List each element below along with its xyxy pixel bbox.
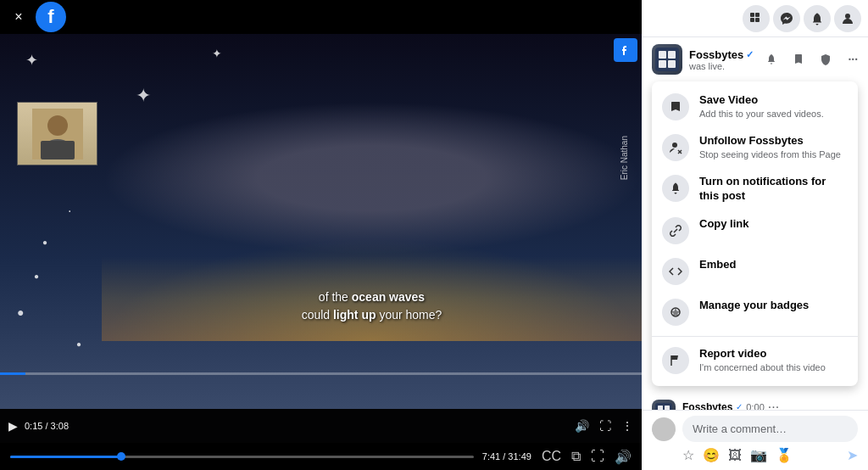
copy-link-icon	[662, 217, 689, 244]
menu-item-manage-badges[interactable]: Manage your badges	[652, 292, 858, 333]
volume-icon[interactable]: 🔊	[575, 419, 589, 433]
star-decoration: ●	[42, 238, 47, 247]
embed-icon	[662, 258, 689, 285]
comment-emoji-row: ☆ 😊 🖼 📷 🏅 ➤	[652, 442, 858, 465]
profile-button[interactable]	[834, 5, 861, 32]
commenter-avatar	[652, 400, 676, 410]
verified-badge: ✓	[746, 49, 754, 60]
video-controls-bar: ▶ 0:15 / 3:08 🔊 ⛶ ⋮	[0, 409, 642, 443]
messenger-button[interactable]	[773, 5, 800, 32]
comment-header: Fossbytes ✓ 0:00 ···	[682, 400, 858, 410]
svg-rect-6	[755, 13, 760, 17]
menu-item-embed[interactable]: Embed	[652, 251, 858, 292]
svg-rect-13	[659, 60, 666, 68]
fossbytes-watermark	[614, 38, 637, 62]
comment-verified: ✓	[736, 402, 743, 410]
video-area[interactable]: ✦ ✦ ✦ ✦ · ● ● ● ● of the ocean waves cou…	[0, 34, 642, 409]
shield-icon[interactable]	[815, 48, 837, 70]
menu-item-unfollow[interactable]: Unfollow Fossbytes Stop seeing videos fr…	[652, 127, 858, 168]
svg-rect-5	[750, 13, 754, 17]
volume-control-icon[interactable]: 🔊	[615, 449, 632, 465]
context-dropdown-menu: Save Video Add this to your saved videos…	[652, 81, 858, 386]
cc-icon[interactable]: CC	[542, 449, 561, 464]
menu-item-notifications[interactable]: Turn on notifications for this post	[652, 168, 858, 210]
gif-button[interactable]: 🖼	[728, 448, 742, 463]
sticker-button[interactable]: 📷	[750, 447, 767, 463]
comment-item: Fossbytes ✓ 0:00 ··· During this broadca…	[652, 400, 858, 410]
attachment-button[interactable]: 🏅	[776, 447, 793, 463]
svg-point-2	[47, 115, 68, 136]
bottom-time-display: 7:41 / 31:49	[482, 451, 531, 462]
send-button[interactable]: ➤	[847, 447, 858, 463]
notifications-button[interactable]	[804, 5, 831, 32]
pip-video	[17, 102, 97, 165]
video-progress-bar[interactable]	[0, 372, 642, 375]
right-panel: Fossbytes ✓ was live. ···	[642, 0, 868, 470]
unfollow-text: Unfollow Fossbytes Stop seeing videos fr…	[699, 134, 848, 159]
emoji-button[interactable]: 😊	[703, 447, 720, 463]
copy-link-text: Copy link	[699, 217, 848, 232]
close-button[interactable]: ×	[8, 7, 29, 27]
notifications-text: Turn on notifications for this post	[699, 175, 848, 204]
comment-input-row: Write a comment…	[652, 416, 858, 442]
menu-item-save-video[interactable]: Save Video Add this to your saved videos…	[652, 87, 858, 127]
svg-rect-8	[755, 18, 760, 22]
report-video-icon	[662, 347, 689, 374]
menu-item-copy-link[interactable]: Copy link	[652, 210, 858, 251]
comment-more-button[interactable]: ···	[768, 400, 779, 410]
svg-point-15	[672, 143, 677, 148]
notifications-icon	[662, 175, 689, 202]
full-progress-bar[interactable]	[10, 456, 474, 458]
post-action-icons: ···	[760, 48, 864, 70]
star-emoji-button[interactable]: ☆	[682, 447, 694, 463]
comments-section: Fossbytes ✓ 0:00 ··· During this broadca…	[642, 393, 868, 410]
svg-rect-4	[41, 141, 75, 159]
svg-rect-10	[655, 48, 679, 71]
menu-item-report-video[interactable]: Report video I'm concerned about this vi…	[652, 340, 858, 381]
page-avatar	[652, 44, 682, 75]
fullscreen-icon[interactable]: ⛶	[599, 419, 611, 433]
menu-divider	[652, 336, 858, 337]
current-user-avatar	[652, 417, 676, 441]
pip-person-view	[18, 103, 97, 165]
embed-text: Embed	[699, 258, 848, 272]
full-progress-fill	[10, 456, 121, 458]
bottom-controls-right: 7:41 / 31:49 CC ⧉ ⛶ 🔊	[482, 449, 632, 465]
save-video-icon	[662, 93, 689, 120]
report-video-text: Report video I'm concerned about this vi…	[699, 347, 848, 372]
comment-input-container: Write a comment… ☆ 😊 🖼 📷 🏅 ➤	[642, 410, 868, 470]
video-panel: × f ✦ ✦ ✦ ✦ · ● ● ● ● of the ocean waves	[0, 0, 642, 470]
bookmark-icon[interactable]	[787, 48, 810, 70]
post-meta: Fossbytes ✓ was live.	[689, 48, 754, 71]
video-progress-fill	[0, 372, 25, 375]
storm-cloud	[102, 102, 642, 255]
bell-notification-icon[interactable]	[760, 48, 782, 70]
star-decoration: ✦	[212, 47, 222, 60]
manage-badges-text: Manage your badges	[699, 299, 848, 313]
svg-rect-7	[750, 18, 754, 22]
play-pause-button[interactable]: ▶	[8, 419, 18, 433]
post-subtitle: was live.	[689, 61, 754, 71]
star-decoration: ●	[76, 339, 81, 349]
facebook-logo: f	[36, 2, 66, 32]
star-decoration: ●	[34, 271, 39, 281]
unfollow-icon	[662, 134, 689, 161]
svg-rect-14	[668, 60, 676, 68]
comment-input-field[interactable]: Write a comment…	[682, 416, 858, 442]
top-bar: × f	[0, 0, 642, 34]
page-name: Fossbytes ✓	[689, 48, 754, 61]
grid-menu-button[interactable]	[743, 5, 770, 32]
expand-icon[interactable]: ⛶	[591, 449, 604, 464]
svg-rect-11	[659, 51, 666, 59]
pip-icon[interactable]: ⧉	[571, 449, 581, 464]
post-header: Fossbytes ✓ was live. ···	[642, 37, 868, 81]
star-decoration: ●	[17, 305, 24, 319]
video-subtitle: of the ocean waves could light up your h…	[102, 288, 642, 324]
more-options-button[interactable]: ···	[842, 48, 864, 70]
video-watermark-text: Eric Nathan	[620, 136, 629, 180]
bottom-time-bar: 7:41 / 31:49 CC ⧉ ⛶ 🔊	[0, 443, 642, 470]
save-video-text: Save Video Add this to your saved videos…	[699, 93, 848, 119]
more-options-icon[interactable]: ⋮	[621, 419, 633, 433]
facebook-nav-bar	[642, 0, 868, 37]
video-time-current: 0:15 / 3:08	[25, 421, 69, 431]
